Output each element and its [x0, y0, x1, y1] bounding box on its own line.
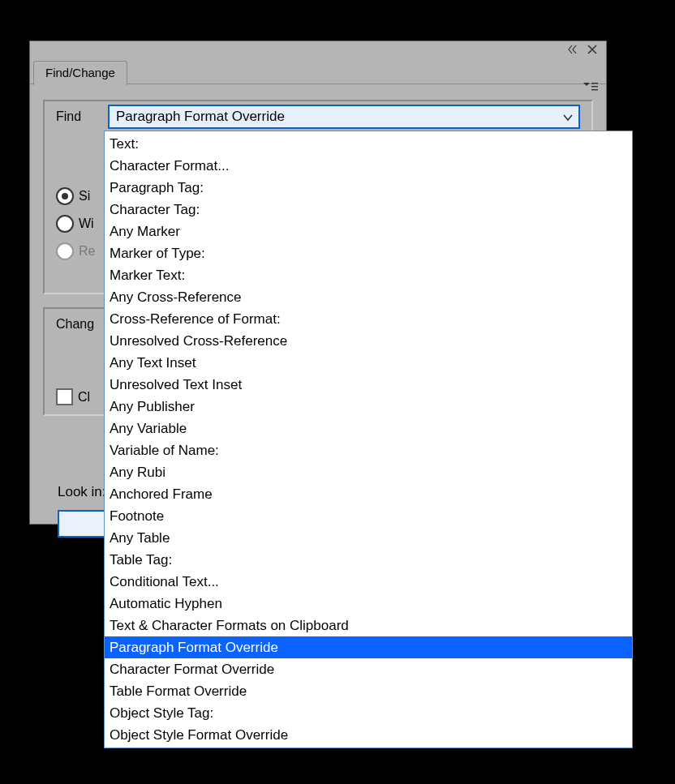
find-option[interactable]: Text: — [105, 133, 632, 155]
change-label: Chang — [56, 317, 94, 332]
find-option[interactable]: Text & Character Formats on Clipboard — [105, 615, 632, 636]
radio-label: Wi — [79, 216, 94, 231]
svg-rect-2 — [591, 89, 598, 90]
radio-icon — [56, 215, 74, 233]
find-option[interactable]: Any Text Inset — [105, 352, 632, 374]
find-type-select[interactable]: Paragraph Format Override — [108, 105, 580, 129]
radio-simple-search[interactable]: Si — [56, 187, 90, 205]
find-option[interactable]: Marker Text: — [105, 264, 632, 286]
find-label: Find — [56, 109, 81, 124]
checkbox-icon — [56, 388, 73, 405]
find-option[interactable]: Automatic Hyphen — [105, 593, 632, 615]
tab-strip: Find/Change — [30, 59, 606, 84]
find-option[interactable]: Any Rubi — [105, 461, 632, 483]
find-option[interactable]: Character Format Override — [105, 658, 632, 680]
find-option[interactable]: Character Format... — [105, 155, 632, 177]
find-option[interactable]: Any Cross-Reference — [105, 286, 632, 308]
find-option[interactable]: Character Tag: — [105, 199, 632, 221]
find-option[interactable]: Cross-Reference of Format: — [105, 308, 632, 330]
find-option[interactable]: Any Table — [105, 527, 632, 549]
panel-menu-icon[interactable] — [582, 80, 600, 95]
look-in-label: Look in: — [58, 484, 106, 500]
find-type-dropdown[interactable]: Text:Character Format...Paragraph Tag:Ch… — [104, 131, 633, 748]
find-option[interactable]: Object Style Tag: — [105, 702, 632, 724]
radio-icon — [56, 242, 74, 260]
svg-rect-0 — [591, 83, 598, 84]
radio-regex-search: Re — [56, 242, 95, 260]
find-option[interactable]: Conditional Text... — [105, 571, 632, 593]
radio-label: Re — [79, 244, 95, 259]
clone-case-checkbox[interactable]: Cl — [56, 388, 90, 405]
radio-icon — [56, 187, 74, 205]
close-icon[interactable] — [585, 42, 600, 57]
find-option[interactable]: Marker of Type: — [105, 242, 632, 264]
find-type-selected-text: Paragraph Format Override — [116, 109, 285, 125]
find-option[interactable]: Paragraph Format Override — [105, 636, 632, 658]
find-option[interactable]: Paragraph Tag: — [105, 177, 632, 199]
find-option[interactable]: Unresolved Text Inset — [105, 374, 632, 396]
find-option[interactable]: Footnote — [105, 505, 632, 527]
tab-find-change[interactable]: Find/Change — [33, 61, 127, 86]
radio-label: Si — [79, 189, 90, 203]
find-option[interactable]: Table Format Override — [105, 680, 632, 702]
find-option[interactable]: Object Style Format Override — [105, 724, 632, 746]
find-option[interactable]: Variable of Name: — [105, 439, 632, 461]
collapse-icon[interactable] — [565, 42, 580, 57]
checkbox-label: Cl — [78, 390, 90, 405]
find-option[interactable]: Any Publisher — [105, 396, 632, 418]
find-option[interactable]: Any Marker — [105, 221, 632, 242]
svg-rect-1 — [591, 86, 598, 87]
find-option[interactable]: Any Variable — [105, 418, 632, 439]
find-option[interactable]: Anchored Frame — [105, 483, 632, 505]
panel-header — [30, 41, 606, 59]
find-option[interactable]: Table Tag: — [105, 549, 632, 571]
radio-wildcard-search[interactable]: Wi — [56, 215, 94, 233]
find-option[interactable]: Unresolved Cross-Reference — [105, 330, 632, 352]
chevron-down-icon — [562, 111, 574, 122]
